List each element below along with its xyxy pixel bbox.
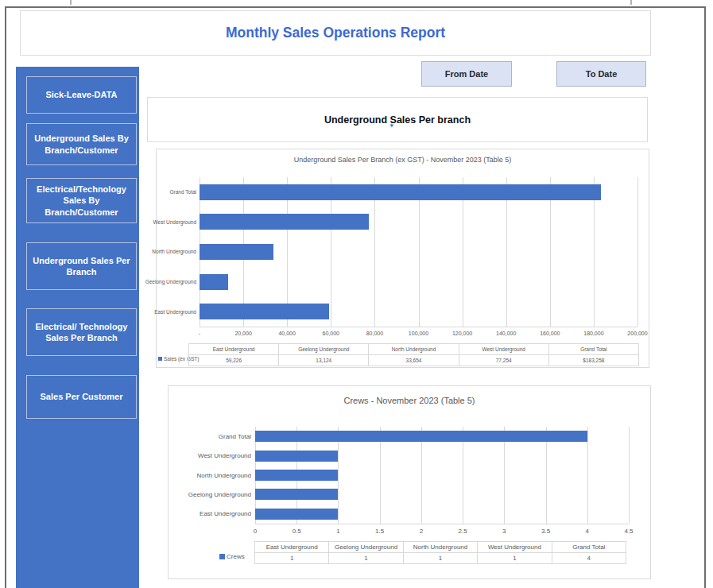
to-date-button[interactable]: To Date	[556, 61, 646, 87]
y-axis-label: West Underground	[198, 452, 251, 459]
sidebar-item-electrical-technology-sales-per-branch[interactable]: Electrical/ Technology Sales Per Branch	[26, 308, 137, 356]
bar-geelong-underground	[200, 274, 228, 290]
data-table: East UndergroundGeelong UndergroundNorth…	[188, 343, 639, 366]
x-tick-label: 1.5	[375, 528, 384, 535]
sidebar-item-sales-per-customer[interactable]: Sales Per Customer	[26, 375, 137, 419]
x-tick-label: 140,000	[496, 331, 516, 336]
chart-title: Underground Sales Per Branch (ex GST) - …	[157, 156, 649, 164]
sidebar-item-electrical-technology-sales-by-branch-customer[interactable]: Electrical/Technology Sales By Branch/Cu…	[26, 178, 137, 223]
x-tick-label: 120,000	[452, 331, 472, 336]
table-header-cell: Geelong Underground	[329, 542, 403, 553]
section-header-box: Underground Sales Per branch ✶	[147, 97, 648, 142]
table-header-cell: Grand Total	[549, 344, 639, 355]
x-tick-label: 180,000	[583, 331, 603, 336]
y-axis-label: West Underground	[153, 219, 196, 225]
table-value-cell: 1	[329, 553, 403, 564]
x-tick-label: 0	[254, 528, 257, 535]
table-value-cell: 4	[552, 553, 626, 564]
sidebar-item-underground-sales-per-branch[interactable]: Underground Sales Per Branch	[26, 242, 137, 290]
table-header-cell: North Underground	[369, 344, 459, 355]
legend-label: Crews	[227, 553, 245, 560]
table-header-cell: North Underground	[404, 542, 478, 553]
gridline	[637, 177, 638, 327]
bar-east-underground	[255, 509, 338, 520]
x-tick-label: 1	[336, 528, 339, 535]
x-tick-label: 2.5	[459, 528, 467, 535]
report-title: Monthly Sales Operations Report	[226, 25, 445, 41]
y-axis-label: Geelong Underground	[145, 279, 196, 284]
y-axis-label: North Underground	[197, 472, 251, 479]
table-value-cell: $183,258	[549, 355, 639, 366]
table-header-cell: West Underground	[459, 344, 549, 355]
x-tick-label: 3.5	[541, 528, 550, 535]
sidebar: Sick-Leave-DATA Underground Sales By Bra…	[16, 67, 139, 588]
table-value-cell: 13,124	[279, 355, 369, 366]
x-tick-label: 200,000	[627, 331, 647, 336]
y-axis-labels: Grand TotalWest UndergroundNorth Undergr…	[169, 427, 251, 524]
from-date-button[interactable]: From Date	[421, 61, 512, 87]
page-margin-tick	[70, 0, 72, 5]
y-axis-label: East Underground	[200, 510, 251, 517]
y-axis-labels: Grand TotalWest UndergroundNorth Undergr…	[157, 177, 196, 327]
x-tick-label: 160,000	[540, 331, 560, 336]
bar-row	[255, 505, 629, 524]
crews-chart: Crews - November 2023 (Table 5) Grand To…	[168, 385, 651, 579]
table-value-cell: 77,254	[459, 355, 549, 366]
x-tick-label: 40,000	[278, 331, 295, 336]
table-value-cell: 1	[404, 553, 478, 564]
y-axis-label: North Underground	[152, 249, 196, 254]
report-title-box: Monthly Sales Operations Report	[20, 10, 651, 56]
chart-title: Crews - November 2023 (Table 5)	[169, 396, 650, 405]
x-tick-label: 0.5	[293, 528, 301, 535]
bar-row	[200, 177, 637, 207]
x-axis: -20,00040,00060,00080,000100,000120,0001…	[200, 331, 637, 338]
x-tick-label: 80,000	[366, 331, 383, 336]
legend-key-icon	[219, 554, 225, 559]
x-tick-label: 4.5	[624, 528, 633, 535]
bar-west-underground	[255, 451, 338, 462]
underground-sales-chart: Underground Sales Per Branch (ex GST) - …	[156, 149, 649, 368]
x-tick-label: 20,000	[234, 331, 251, 336]
table-value-cell: 1	[255, 553, 329, 564]
report-page: Monthly Sales Operations Report Sick-Lea…	[5, 6, 706, 588]
table-header-cell: East Underground	[189, 344, 279, 355]
x-tick-label: 4	[586, 528, 589, 535]
bar-row	[255, 466, 629, 485]
y-axis-label: Grand Total	[219, 433, 251, 440]
selection-marker-icon: ✶	[389, 122, 395, 130]
y-axis-label: Grand Total	[170, 189, 196, 195]
bar-grand-total	[200, 184, 601, 200]
table-value-cell: 1	[478, 553, 552, 564]
sidebar-item-underground-sales-by-branch-customer[interactable]: Underground Sales By Branch/Customer	[26, 123, 137, 165]
page-margin-tick	[630, 0, 632, 5]
bar-row	[200, 237, 637, 267]
gridline	[629, 427, 630, 524]
x-tick-label: 2	[420, 528, 423, 535]
x-tick-label: -	[199, 331, 200, 336]
bar-row	[200, 207, 637, 238]
x-axis: 00.511.522.533.544.5	[255, 528, 629, 537]
plot-area	[200, 177, 637, 327]
bar-row	[255, 446, 629, 465]
legend: Crews	[219, 551, 245, 562]
legend-key-icon	[158, 357, 162, 361]
bar-east-underground	[200, 304, 329, 319]
bar-west-underground	[200, 214, 369, 230]
bar-geelong-underground	[255, 489, 338, 500]
table-value-cell: 33,654	[369, 355, 459, 366]
data-table: East UndergroundGeelong UndergroundNorth…	[254, 541, 626, 564]
table-header-cell: Grand Total	[552, 542, 626, 553]
x-tick-label: 3	[502, 528, 506, 535]
bar-row	[200, 267, 637, 297]
x-tick-label: 100,000	[409, 331, 428, 336]
bar-row	[255, 485, 629, 504]
x-tick-label: 60,000	[323, 331, 339, 336]
sidebar-item-sick-leave-data[interactable]: Sick-Leave-DATA	[26, 76, 137, 114]
section-title: Underground Sales Per branch	[324, 114, 471, 126]
table-header-cell: West Underground	[478, 542, 552, 553]
y-axis-label: East Underground	[154, 309, 196, 315]
bar-north-underground	[255, 470, 338, 481]
bar-row	[255, 427, 629, 446]
table-header-cell: East Underground	[255, 542, 329, 553]
bar-row	[200, 296, 637, 327]
